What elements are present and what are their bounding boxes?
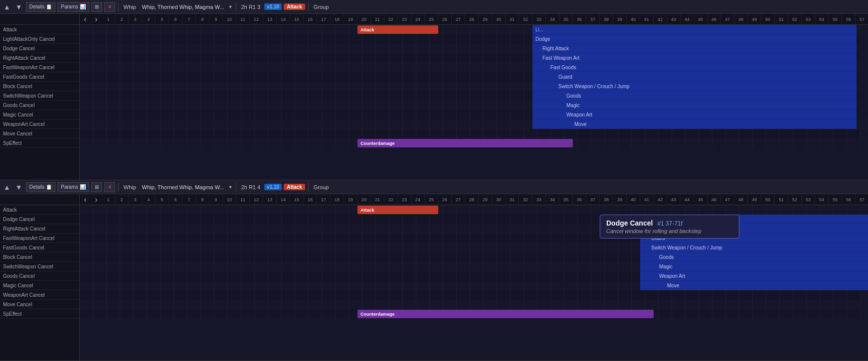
cell-r9-f23 [389,110,403,120]
panel2-close-btn[interactable]: ✕ [104,182,115,192]
cell-r2-f22 [376,44,389,53]
cell-r4-f0 [80,63,93,72]
cell-r1-f25 [416,215,430,224]
panel2-down-btn[interactable]: ▼ [14,182,24,192]
panel2-prev-btn[interactable]: ‹ [80,194,91,205]
cell-r5-f9 [201,72,214,82]
cell-r6-f12 [241,262,255,271]
cell-r10-f15 [282,300,295,309]
frame-num-25: 25 [425,14,438,25]
cell-r0-f29 [470,205,484,215]
panel1-weapon-dropdown[interactable]: ▼ [228,4,233,9]
label-rightattack-1: RightAttack Cancel [0,53,79,63]
cascade2-move: Move [640,281,868,290]
frame-num-10: 10 [223,194,236,205]
panel2-tooltip: Dodge Cancel #1 37-71f Cancel window for… [600,215,739,239]
cascade1-move: Move [532,120,857,129]
cell-r9-f18 [322,110,336,120]
cell-r0-f7 [174,25,187,34]
cell-r7-f25 [416,271,430,281]
cell-r3-f25 [416,53,430,63]
cell-r2-f16 [295,224,309,234]
label-goods-1: Goods Cancel [0,101,79,110]
cell-r3-f3 [120,53,134,63]
panel2-details-btn[interactable]: Details 📋 [26,182,56,192]
cell-r0-f37 [578,205,591,215]
cell-r10-f6 [161,120,174,129]
frame-num-9: 9 [209,14,223,25]
cell-r10-f47 [712,300,726,309]
panel2-weapon-dropdown[interactable]: ▼ [228,185,233,190]
panel1-details-btn[interactable]: Details 📋 [26,2,56,12]
cell-r6-f25 [416,262,430,271]
frame-num-15: 15 [290,194,304,205]
cell-r1-f19 [336,34,349,44]
cell-r12-f38 [591,138,605,148]
cell-r5-f23 [389,252,403,262]
cell-r7-f2 [107,91,120,101]
cell-r2-f11 [228,44,241,53]
cell-r3-f16 [295,53,309,63]
cell-r5-f20 [349,72,362,82]
cell-r10-f36 [564,300,578,309]
cell-r12-f37 [578,138,591,148]
cell-r11-f29 [470,129,484,138]
cell-r8-f38 [591,281,605,290]
cell-r4-f10 [214,243,228,252]
p2-counterdamage-bar: Counterdamage [357,310,654,318]
cell-r5-f34 [537,252,551,262]
panel1-up-btn[interactable]: ▲ [2,2,12,12]
cell-r11-f8 [187,309,201,319]
frame-num-13: 13 [263,14,277,25]
cell-r7-f21 [362,271,376,281]
panel2-next-btn[interactable]: › [91,194,102,205]
panel1-prev-btn[interactable]: ‹ [80,14,91,25]
cell-r10-f21 [362,120,376,129]
cell-r6-f33 [524,262,537,271]
panel2-up-btn[interactable]: ▲ [2,182,12,192]
panel1-down-btn[interactable]: ▼ [14,2,24,12]
cell-r3-f24 [403,53,416,63]
frame-num-5: 5 [156,194,169,205]
frame-num-37: 37 [586,14,600,25]
cell-r1-f20 [349,34,362,44]
panel1-grid-btn[interactable]: ⊞ [91,2,102,12]
frame-num-4: 4 [142,194,156,205]
panel2-params-btn[interactable]: Params 📊 [57,182,89,192]
frame-num-57: 57 [856,14,868,25]
panel1-close-btn[interactable]: ✕ [104,2,115,12]
cell-r9-f19 [336,290,349,300]
cell-r9-f6 [161,290,174,300]
cell-r8-f32 [511,281,524,290]
panel1-params-btn[interactable]: Params 📊 [57,2,89,12]
panel1-timeline-scroll[interactable]: ‹ › 123456789101112131415161718192021222… [80,14,868,180]
cell-r5-f22 [376,252,389,262]
cell-r10-f42 [645,300,659,309]
cell-r11-f15 [282,309,295,319]
cell-r11-f6 [161,129,174,138]
cell-r6-f26 [430,262,443,271]
cell-r1-f10 [214,215,228,224]
cell-r10-f4 [134,120,147,129]
cell-r7-f6 [161,91,174,101]
cell-r5-f23 [389,72,403,82]
cell-r4-f32 [511,243,524,252]
cell-r9-f32 [511,290,524,300]
cell-r9-f19 [336,110,349,120]
cell-r2-f3 [120,44,134,53]
cell-r4-f2 [107,63,120,72]
label-switchweapon-1: SwitchWeapon Cancel [0,91,79,101]
panel1-next-btn[interactable]: › [91,14,102,25]
panel2-timeline-scroll[interactable]: ‹ › 123456789101112131415161718192021222… [80,194,868,361]
cell-r11-f38 [591,129,605,138]
cell-r9-f53 [793,290,807,300]
cell-r2-f28 [457,224,470,234]
cell-r9-f23 [389,290,403,300]
cell-r9-f26 [430,290,443,300]
cell-r12-f49 [739,138,753,148]
cell-r7-f28 [457,91,470,101]
panel2-grid-btn[interactable]: ⊞ [91,182,102,192]
cell-r7-f1 [93,91,107,101]
cell-r7-f4 [134,271,147,281]
cell-r7-f19 [336,271,349,281]
